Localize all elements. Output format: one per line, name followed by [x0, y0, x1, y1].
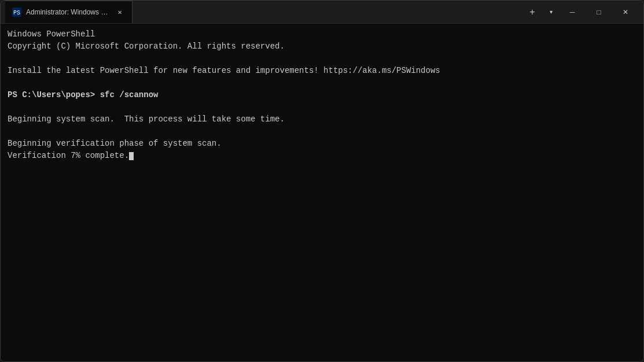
tab-container: PS Administrator: Windows Powe ✕	[5, 1, 520, 23]
active-tab[interactable]: PS Administrator: Windows Powe ✕	[5, 1, 133, 23]
titlebar: PS Administrator: Windows Powe ✕ + ▾ ─ □…	[1, 1, 643, 24]
cursor	[129, 152, 134, 160]
terminal-line: Windows PowerShell	[8, 28, 636, 40]
window-controls: ─ □ ✕	[559, 1, 639, 23]
terminal-line: Install the latest PowerShell for new fe…	[8, 65, 636, 77]
terminal-output-line: Verification 7% complete.	[8, 150, 636, 162]
new-tab-button[interactable]: +	[524, 4, 540, 20]
maximize-button[interactable]: □	[586, 1, 612, 23]
terminal-line: Beginning system scan. This process will…	[8, 113, 636, 125]
terminal-window: PS Administrator: Windows Powe ✕ + ▾ ─ □…	[0, 0, 644, 362]
terminal-line	[8, 101, 636, 113]
terminal-line	[8, 53, 636, 65]
terminal-line	[8, 77, 636, 89]
terminal-line: Beginning verification phase of system s…	[8, 138, 636, 150]
terminal-line: Copyright (C) Microsoft Corporation. All…	[8, 40, 636, 53]
terminal-line	[8, 125, 636, 138]
powershell-icon: PS	[12, 8, 21, 17]
terminal-body[interactable]: Windows PowerShell Copyright (C) Microso…	[1, 24, 643, 361]
tab-title: Administrator: Windows Powe	[26, 8, 110, 16]
terminal-command-line: PS C:\Users\popes> sfc /scannow	[8, 89, 636, 101]
titlebar-actions: + ▾	[524, 4, 559, 20]
dropdown-button[interactable]: ▾	[543, 4, 559, 20]
minimize-button[interactable]: ─	[559, 1, 586, 23]
close-button[interactable]: ✕	[612, 1, 639, 23]
svg-text:PS: PS	[13, 10, 20, 16]
verification-text: Verification 7% complete.	[8, 151, 129, 160]
tab-close-button[interactable]: ✕	[115, 7, 125, 17]
